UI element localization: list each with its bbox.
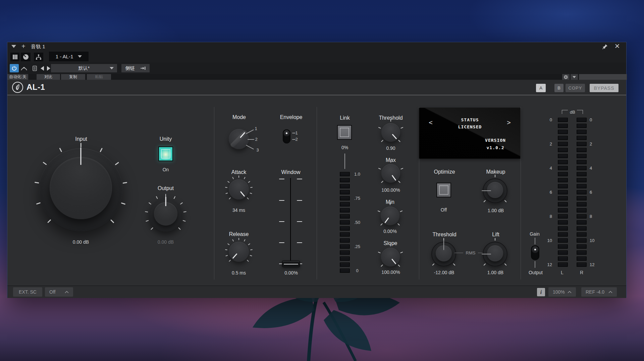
screen-version-value: v1.0.2 bbox=[472, 145, 519, 150]
input-knob-face bbox=[50, 157, 112, 219]
window-tick bbox=[279, 242, 284, 243]
output-gain-toggle[interactable] bbox=[531, 245, 539, 260]
min-knob-pointer bbox=[385, 218, 389, 223]
tick-mark bbox=[250, 187, 253, 188]
link-indicator-line bbox=[344, 154, 345, 169]
automation-row: 自动化:关 对比 复制 粘贴 bbox=[7, 74, 626, 80]
ab-slot-a-button[interactable]: A bbox=[536, 84, 546, 92]
led-segment bbox=[558, 142, 568, 146]
led-segment bbox=[577, 178, 587, 182]
fx-chain-list-icon[interactable] bbox=[10, 53, 19, 61]
optimize-button[interactable] bbox=[436, 183, 451, 197]
mode-tick-3 bbox=[246, 145, 254, 149]
tick-mark bbox=[35, 182, 39, 184]
window-tick bbox=[279, 200, 284, 201]
attack-knob[interactable] bbox=[229, 179, 249, 199]
ab-slot-b-button[interactable]: B bbox=[554, 84, 564, 92]
add-fx-icon[interactable]: + bbox=[21, 42, 25, 51]
unity-button[interactable] bbox=[158, 146, 173, 161]
slope-knob-pointer bbox=[391, 259, 396, 264]
tick-mark bbox=[232, 239, 234, 242]
led-segment bbox=[340, 250, 350, 255]
slope-knob[interactable] bbox=[381, 248, 400, 266]
optimize-label: Optimize bbox=[424, 169, 465, 175]
led-segment bbox=[558, 160, 568, 164]
gain-line-top bbox=[535, 238, 535, 244]
screen-prev-icon[interactable]: < bbox=[427, 118, 434, 126]
tick-mark bbox=[400, 127, 403, 129]
window-menu-caret-icon[interactable] bbox=[11, 45, 16, 48]
max-knob[interactable] bbox=[381, 164, 400, 183]
min-value: 0.00% bbox=[370, 228, 410, 234]
makeup-knob[interactable] bbox=[483, 178, 507, 203]
param-envelope-icon[interactable] bbox=[19, 64, 29, 72]
led-segment bbox=[558, 214, 568, 219]
gear-icon[interactable] bbox=[562, 74, 570, 80]
fx-power-button[interactable] bbox=[10, 64, 19, 72]
output-knob[interactable] bbox=[149, 198, 182, 232]
led-segment bbox=[340, 184, 350, 188]
bypass-button[interactable]: BYPASS bbox=[590, 84, 619, 92]
link-button[interactable] bbox=[337, 125, 352, 140]
min-knob[interactable] bbox=[381, 206, 399, 225]
meter-scale-right: 12 bbox=[590, 262, 600, 268]
preset-row: 默认* 侧链 bbox=[7, 62, 626, 74]
ext-sidechain-button[interactable]: EXT. SC bbox=[13, 287, 42, 297]
chevron-up-icon bbox=[608, 291, 612, 293]
fx-slot-select[interactable]: 1 - AL-1 bbox=[49, 52, 89, 61]
mode-pos-1: 1 bbox=[253, 126, 259, 132]
tick-mark bbox=[247, 197, 249, 199]
preset-select[interactable]: 默认* bbox=[51, 64, 117, 72]
tick-mark bbox=[495, 238, 495, 241]
envelope-toggle[interactable] bbox=[283, 129, 290, 143]
led-segment bbox=[340, 268, 350, 273]
output-meter-left bbox=[558, 118, 568, 267]
window-slider-handle[interactable] bbox=[282, 260, 300, 267]
window-slider-track[interactable] bbox=[290, 178, 291, 264]
tick-mark bbox=[229, 260, 231, 262]
compare-button[interactable]: 对比 bbox=[37, 74, 60, 80]
chevron-up-icon bbox=[568, 291, 572, 293]
led-segment bbox=[340, 196, 350, 200]
ab-copy-button[interactable]: COPY bbox=[566, 84, 585, 92]
sidechain-button[interactable]: 侧链 bbox=[121, 64, 150, 72]
led-segment bbox=[558, 250, 568, 255]
fx-menu-caret-button[interactable] bbox=[571, 74, 578, 80]
sidechain-mode-value: Off bbox=[49, 289, 55, 295]
tick-mark bbox=[378, 127, 381, 129]
rms-label: RMS bbox=[466, 250, 476, 255]
envelope-label: Envelope bbox=[273, 114, 310, 121]
led-segment bbox=[577, 232, 587, 237]
paste-button[interactable]: 粘贴 bbox=[87, 74, 111, 80]
prev-preset-button[interactable] bbox=[39, 64, 45, 72]
sidechain-mode-select[interactable]: Off bbox=[45, 287, 73, 297]
info-button[interactable]: i bbox=[537, 288, 545, 296]
tick-mark bbox=[145, 211, 148, 212]
automation-mode-button[interactable]: 自动化:关 bbox=[7, 74, 28, 80]
plugin-header: AL-1 A B COPY BYPASS bbox=[7, 80, 626, 95]
link-label: Link bbox=[328, 115, 362, 121]
tick-mark bbox=[225, 187, 227, 188]
release-knob[interactable] bbox=[229, 242, 249, 262]
pin-icon[interactable] bbox=[602, 43, 608, 50]
mode-pos-2: 2 bbox=[253, 136, 260, 142]
led-segment bbox=[558, 220, 568, 225]
fx-knob-view-icon[interactable] bbox=[21, 53, 31, 61]
threshold-knob[interactable] bbox=[381, 123, 400, 142]
tick-mark bbox=[248, 181, 250, 183]
screen-next-icon[interactable]: > bbox=[505, 118, 512, 126]
preset-file-icon[interactable] bbox=[31, 64, 38, 72]
ref-level-select[interactable]: REF -4.0 bbox=[581, 287, 617, 297]
plugin-panel: Input 0.00 dB Unity On Output 0.00 dB Mo… bbox=[7, 95, 626, 286]
chevron-down-icon bbox=[573, 76, 576, 78]
db-bracket-right bbox=[577, 110, 583, 114]
section-divider bbox=[214, 107, 214, 280]
close-icon[interactable]: × bbox=[613, 41, 621, 51]
fx-routing-icon[interactable] bbox=[34, 53, 43, 61]
lift-knob[interactable] bbox=[483, 242, 507, 266]
input-knob[interactable] bbox=[39, 148, 122, 231]
mode-knob[interactable] bbox=[229, 129, 249, 149]
copy-button[interactable]: 复制 bbox=[61, 74, 85, 80]
tick-mark bbox=[378, 252, 381, 253]
ui-zoom-select[interactable]: 100% bbox=[548, 287, 576, 297]
